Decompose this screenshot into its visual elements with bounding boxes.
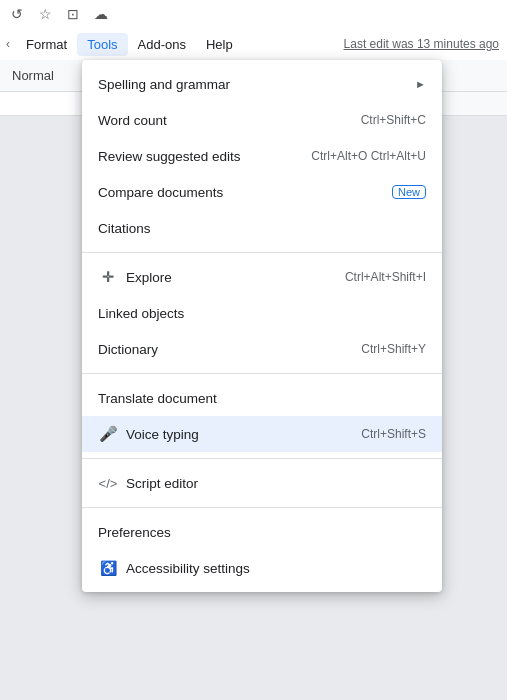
menu-item-review-edits[interactable]: Review suggested edits Ctrl+Alt+O Ctrl+A… [82, 138, 442, 174]
review-edits-shortcut: Ctrl+Alt+O Ctrl+Alt+U [311, 149, 426, 163]
divider-4 [82, 507, 442, 508]
print-icon[interactable]: ⊡ [64, 5, 82, 23]
script-editor-label: Script editor [126, 476, 426, 491]
divider-1 [82, 252, 442, 253]
voice-typing-label: Voice typing [126, 427, 345, 442]
menu-item-word-count[interactable]: Word count Ctrl+Shift+C [82, 102, 442, 138]
redo-icon[interactable]: ☆ [36, 5, 54, 23]
citations-label: Citations [98, 221, 426, 236]
menu-item-tools[interactable]: Tools [77, 33, 127, 56]
translate-label: Translate document [98, 391, 426, 406]
preferences-label: Preferences [98, 525, 426, 540]
menu-item-format[interactable]: Format [16, 33, 77, 56]
menu-item-file[interactable]: ‹ [0, 37, 16, 51]
sidebar-ruler [0, 92, 75, 116]
code-icon: </> [98, 476, 118, 491]
menu-item-accessibility[interactable]: ♿ Accessibility settings [82, 550, 442, 586]
menu-item-script-editor[interactable]: </> Script editor [82, 465, 442, 501]
menu-item-explore[interactable]: ✛ Explore Ctrl+Alt+Shift+I [82, 259, 442, 295]
menu-item-spelling[interactable]: Spelling and grammar ► [82, 66, 442, 102]
new-badge: New [392, 185, 426, 199]
divider-3 [82, 458, 442, 459]
accessibility-icon: ♿ [98, 560, 118, 576]
normal-text-selector[interactable]: Normal [8, 68, 58, 83]
cloud-icon[interactable]: ☁ [92, 5, 110, 23]
dictionary-shortcut: Ctrl+Shift+Y [361, 342, 426, 356]
linked-objects-label: Linked objects [98, 306, 426, 321]
spelling-arrow-icon: ► [415, 78, 426, 90]
menu-item-dictionary[interactable]: Dictionary Ctrl+Shift+Y [82, 331, 442, 367]
menu-item-help[interactable]: Help [196, 33, 243, 56]
top-icon-bar: ↺ ☆ ⊡ ☁ [0, 0, 507, 28]
mic-icon: 🎤 [98, 425, 118, 443]
menu-bar: ‹ Format Tools Add-ons Help Last edit wa… [0, 28, 507, 60]
voice-typing-shortcut: Ctrl+Shift+S [361, 427, 426, 441]
spelling-label: Spelling and grammar [98, 77, 407, 92]
word-count-shortcut: Ctrl+Shift+C [361, 113, 426, 127]
menu-item-citations[interactable]: Citations [82, 210, 442, 246]
menu-item-preferences[interactable]: Preferences [82, 514, 442, 550]
dictionary-label: Dictionary [98, 342, 345, 357]
divider-2 [82, 373, 442, 374]
menu-item-translate[interactable]: Translate document [82, 380, 442, 416]
menu-item-addons[interactable]: Add-ons [128, 33, 196, 56]
review-edits-label: Review suggested edits [98, 149, 295, 164]
explore-label: Explore [126, 270, 329, 285]
menu-item-linked-objects[interactable]: Linked objects [82, 295, 442, 331]
tools-dropdown-menu: Spelling and grammar ► Word count Ctrl+S… [82, 60, 442, 592]
word-count-label: Word count [98, 113, 345, 128]
compare-docs-label: Compare documents [98, 185, 380, 200]
last-edit-text[interactable]: Last edit was 13 minutes ago [344, 37, 499, 51]
accessibility-label: Accessibility settings [126, 561, 426, 576]
explore-shortcut: Ctrl+Alt+Shift+I [345, 270, 426, 284]
undo-icon[interactable]: ↺ [8, 5, 26, 23]
menu-item-compare-docs[interactable]: Compare documents New [82, 174, 442, 210]
explore-icon: ✛ [98, 269, 118, 285]
menu-item-voice-typing[interactable]: 🎤 Voice typing Ctrl+Shift+S [82, 416, 442, 452]
